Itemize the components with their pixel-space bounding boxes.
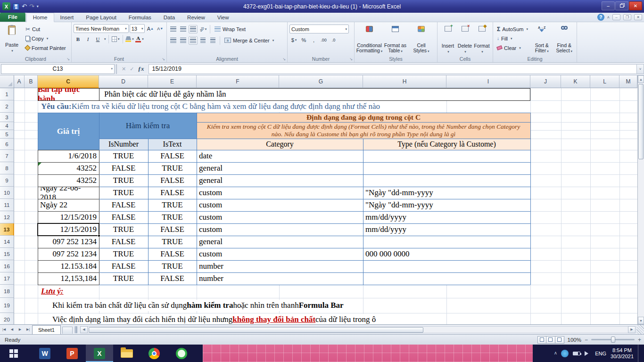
help-icon[interactable]: ? (597, 14, 604, 21)
row-header-2[interactable]: 2 (0, 100, 14, 113)
cell-F15[interactable]: custom (197, 248, 363, 260)
cell-F17[interactable]: number (197, 272, 363, 285)
cell-H10[interactable]: "Ngày "dd-mm-yyyy (363, 187, 530, 199)
insert-function-button[interactable]: ƒx (138, 65, 144, 73)
decrease-decimal-button[interactable]: .0 (329, 36, 338, 44)
row-header-7[interactable]: 7 (0, 150, 14, 162)
paste-dropdown-icon[interactable]: ▾ (11, 49, 13, 52)
battery-icon[interactable] (573, 352, 580, 355)
scroll-down-icon[interactable]: ▼ (638, 317, 644, 324)
zoom-slider[interactable] (591, 339, 635, 340)
cell-E11[interactable]: TRUE (148, 199, 197, 211)
row-header-9[interactable]: 9 (0, 174, 14, 187)
number-dialog-launcher[interactable]: ↘ (349, 57, 353, 61)
tray-expand-icon[interactable]: ˄ (554, 351, 557, 356)
font-color-button[interactable]: A▾ (135, 35, 144, 43)
excel-app-icon[interactable]: X (2, 2, 10, 10)
alignment-dialog-launcher[interactable]: ↘ (282, 57, 286, 61)
cell-D15[interactable]: TRUE (99, 248, 148, 260)
cell-F8[interactable]: general (197, 162, 363, 174)
cell-D17[interactable]: TRUE (99, 272, 148, 285)
cell-D11[interactable]: FALSE (99, 199, 148, 211)
cell-E8[interactable]: TRUE (148, 162, 197, 174)
cell-E14[interactable]: TRUE (148, 236, 197, 248)
cell-F10[interactable]: custom (197, 187, 363, 199)
cell-E17[interactable]: FALSE (148, 272, 197, 285)
volume-icon[interactable] (585, 351, 591, 356)
taskbar-word-button[interactable]: W (31, 345, 58, 362)
column-header-C[interactable]: C (38, 75, 99, 88)
cell-H14[interactable] (363, 236, 530, 248)
tab-review[interactable]: Review (181, 13, 211, 22)
taskbar-powerpoint-button[interactable]: P (58, 345, 86, 362)
row-header-10[interactable]: 10 (0, 187, 14, 199)
language-indicator[interactable]: ENG (595, 351, 606, 356)
font-family-combo[interactable]: Times New Roman▾ (74, 24, 129, 33)
save-button[interactable] (13, 3, 19, 10)
cell-F14[interactable]: general (197, 236, 363, 248)
row-header-15[interactable]: 15 (0, 248, 14, 260)
font-dialog-launcher[interactable]: ↘ (162, 57, 165, 61)
tab-file[interactable]: File (0, 13, 25, 22)
cell-C11[interactable]: Ngày 22 (38, 199, 99, 211)
redo-button[interactable]: ↷ (29, 3, 34, 9)
cell-E16[interactable]: TRUE (148, 260, 197, 272)
row-header-17[interactable]: 17 (0, 272, 14, 285)
delete-cells-button[interactable]: × Delete▾ (456, 24, 473, 55)
font-size-combo[interactable]: 13▾ (130, 24, 145, 33)
underline-button[interactable]: U (93, 35, 102, 43)
cell-D7[interactable]: TRUE (99, 150, 148, 162)
cell-F12[interactable]: custom (197, 211, 363, 223)
scroll-up-icon[interactable]: ▲ (638, 75, 644, 83)
normal-view-button[interactable] (537, 336, 546, 344)
cell-E10[interactable]: FALSE (148, 187, 197, 199)
cell-H12[interactable]: mm/dd/yyyy (363, 211, 530, 223)
vertical-scrollbar[interactable]: ▲▼ (637, 75, 644, 324)
column-header-K[interactable]: K (561, 75, 590, 88)
select-all-button[interactable] (0, 75, 14, 88)
sort-filter-button[interactable]: A→Z Sort & Filter▾ (531, 24, 553, 55)
cell-H15[interactable]: 000 000 0000 (363, 248, 530, 260)
first-sheet-button[interactable]: |◀ (0, 326, 8, 334)
clear-button[interactable]: Clear▾ (495, 43, 530, 52)
cell-C13[interactable]: 12/15/2019 (38, 223, 99, 236)
borders-button[interactable]: ▾ (111, 35, 120, 43)
cell-C17[interactable]: 12,153,184 (38, 272, 99, 285)
orientation-button[interactable]: ab▾ (198, 25, 207, 33)
tab-data[interactable]: Data (157, 13, 181, 22)
workbook-restore-button[interactable]: ❐ (623, 14, 631, 20)
bold-button[interactable]: B (74, 35, 83, 43)
find-select-button[interactable]: Find & Select▾ (553, 24, 575, 55)
tab-view[interactable]: View (211, 13, 235, 22)
expand-formula-bar-button[interactable]: ˅ (636, 64, 644, 74)
cell-C12[interactable]: 12/15/2019 (38, 211, 99, 223)
zoom-slider-thumb[interactable] (611, 337, 615, 343)
comma-style-button[interactable]: , (309, 36, 318, 44)
column-header-J[interactable]: J (530, 75, 561, 88)
cell-E12[interactable]: TRUE (148, 211, 197, 223)
taskbar-excel-button[interactable]: X (86, 345, 113, 362)
cell-E13[interactable]: FALSE (148, 223, 197, 236)
cell-F13[interactable]: custom (197, 223, 363, 236)
cell-F7[interactable]: date (197, 150, 363, 162)
cell-D12[interactable]: FALSE (99, 211, 148, 223)
close-button[interactable]: ✕ (629, 1, 642, 10)
fill-button[interactable]: ↓Fill▾ (495, 34, 530, 43)
horizontal-scroll-track[interactable] (88, 326, 628, 333)
cell-C7[interactable]: 1/6/2018 (38, 150, 99, 162)
cell-E15[interactable]: FALSE (148, 248, 197, 260)
row-header-8[interactable]: 8 (0, 162, 14, 174)
cell-D9[interactable]: TRUE (99, 174, 148, 187)
tray-app-icon[interactable] (561, 350, 569, 357)
horizontal-scrollbar[interactable]: ◀ ▶ (80, 326, 636, 333)
increase-decimal-button[interactable]: .00 (319, 36, 328, 44)
conditional-formatting-button[interactable]: Conditional Formatting▾ (356, 24, 382, 55)
tab-formulas[interactable]: Formulas (123, 13, 157, 22)
zoom-out-button[interactable]: − (585, 337, 588, 342)
cell-F16[interactable]: number (197, 260, 363, 272)
column-header-L[interactable]: L (590, 75, 619, 88)
align-left-button[interactable] (169, 36, 178, 45)
tab-page-layout[interactable]: Page Layout (80, 13, 123, 22)
column-header-M[interactable]: M (619, 75, 637, 88)
qat-customize-button[interactable]: ▾ (37, 4, 39, 8)
